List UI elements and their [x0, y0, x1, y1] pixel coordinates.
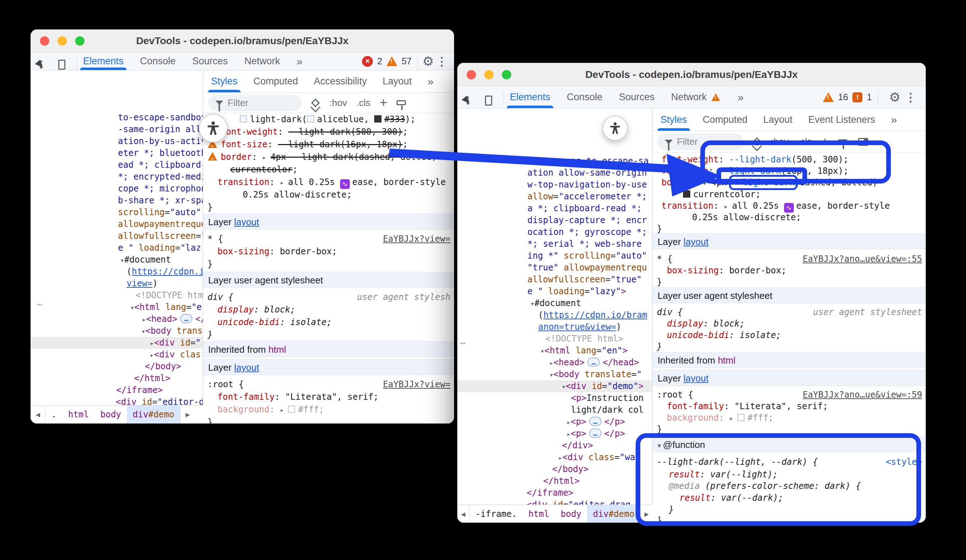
stylesheet-source-link[interactable]: EaYBJJx?view= [383, 233, 450, 245]
code-line[interactable]: *; serial *; web-share [457, 238, 652, 250]
code-line[interactable]: <p>Instruction [457, 392, 652, 404]
breadcrumb-scroll-left-icon[interactable]: ◀ [457, 505, 470, 522]
tab-elements[interactable]: Elements [510, 86, 550, 108]
breadcrumb-scroll-left-icon[interactable]: ◀ [31, 406, 46, 424]
tab-accessibility[interactable]: Accessibility [314, 70, 367, 92]
code-line[interactable]: cope *; microphon [31, 183, 203, 195]
code-line[interactable]: allowpaymentreque [31, 218, 203, 230]
styles-filter-input[interactable]: Filter [657, 134, 744, 150]
code-line[interactable]: allow="accelerometer *; [457, 191, 652, 203]
code-line[interactable]: ▾<html lang="en"> [457, 345, 652, 357]
code-line[interactable]: font-weight: --light-dark(500, 300); [203, 126, 454, 138]
code-line[interactable]: display: block; [652, 318, 926, 330]
code-line[interactable]: ▸<p>…</p> [457, 416, 652, 428]
code-line[interactable]: } [652, 424, 926, 436]
code-line[interactable]: "true" allowpaymentrequ [457, 262, 652, 274]
code-line[interactable]: (https://cdpn.i [31, 266, 203, 278]
code-line[interactable]: border: ▸ 4px --light-dark(dashed, dotte… [203, 151, 454, 163]
code-line[interactable]: ▾<html lang="e [31, 301, 203, 313]
elements-dom-tree[interactable]: low-popups-to-escape-saation allow-same-… [457, 108, 652, 505]
inspect-element-icon[interactable] [40, 61, 42, 69]
code-line[interactable]: anon=true&view=) [457, 321, 652, 333]
code-line[interactable]: @media (prefers-color-scheme: dark) { [652, 480, 926, 492]
code-line[interactable]: w-top-navigation-by-use [457, 179, 652, 191]
styles-section-header[interactable]: Layer layout [203, 214, 454, 229]
stylesheet-source-link[interactable]: <style> [886, 456, 922, 468]
code-line[interactable]: light-dark(aliceblue, #333); [203, 113, 454, 125]
code-line[interactable]: :root {EaYBJJx?view= [203, 378, 454, 390]
code-line[interactable]: currentcolor; [203, 164, 454, 176]
code-line[interactable]: 0.25s allow-discrete; [203, 189, 454, 201]
breadcrumb-item-selected[interactable]: div#demo [587, 505, 640, 522]
dom-row-more-icon[interactable]: … [37, 297, 42, 308]
stylesheet-source-link[interactable]: EaYBJJx?ano…ue&view=:59 [803, 389, 922, 401]
selected-code-line[interactable]: ▾<div id="demo"> [457, 380, 652, 392]
settings-gear-icon[interactable]: ⚙ [889, 91, 900, 104]
toggle-hover-button[interactable]: :hov [329, 97, 347, 108]
code-line[interactable]: </iframe> [31, 384, 203, 396]
device-toolbar-icon[interactable] [488, 96, 490, 105]
stylesheet-source-link[interactable]: EaYBJJx?ano…ue&view=:55 [803, 253, 922, 265]
code-line[interactable]: * {EaYBJJx?ano…ue&view=:55 [652, 253, 926, 265]
code-line[interactable]: transition: ▸ all 0.25s ∿ease, border-st… [203, 176, 454, 188]
code-line[interactable]: (https://cdpn.io/bram [457, 309, 652, 321]
warning-badge-icon[interactable] [386, 56, 397, 66]
status-badges[interactable]: ✕ 2 57 [362, 52, 412, 70]
tab-styles[interactable]: Styles [211, 70, 238, 92]
element-classes-button[interactable]: .cls [798, 136, 812, 147]
breadcrumb-item-selected[interactable]: div#demo [127, 406, 180, 424]
more-tabs-icon[interactable]: » [427, 75, 433, 88]
code-line[interactable]: result: var(--dark); [652, 492, 926, 504]
breadcrumb-item[interactable]: html [62, 406, 95, 424]
styles-pane[interactable]: light-dark(aliceblue, #333);font-weight:… [203, 113, 454, 424]
breadcrumb-scroll-right-icon[interactable]: ▶ [640, 505, 652, 522]
styles-section-header[interactable]: Layer user agent stylesheet [652, 287, 926, 303]
code-line[interactable]: ing *" scrolling="auto" [457, 250, 652, 262]
code-line[interactable]: ▾<body trans [31, 325, 203, 337]
code-line[interactable]: e " loading="lazy"> [457, 286, 652, 297]
code-line[interactable]: font-weight: --light-dark(500, 300); [652, 154, 926, 165]
code-line[interactable]: scrolling="auto" [31, 206, 203, 218]
code-line[interactable]: font-family: "Literata", serif; [203, 391, 454, 403]
tab-console[interactable]: Console [567, 86, 603, 108]
code-line[interactable]: transition: ▸ all 0.25s ∿ease, border-st… [652, 200, 926, 212]
breadcrumb-item[interactable]: body [555, 505, 587, 522]
code-line[interactable]: display: block; [203, 304, 454, 316]
code-line[interactable]: unicode-bidi: isolate; [652, 329, 926, 341]
breadcrumb-scroll-right-icon[interactable]: ▶ [180, 406, 195, 424]
code-line[interactable]: ▸<div class="war [457, 452, 652, 463]
code-line[interactable]: view=) [31, 278, 203, 290]
more-tabs-icon[interactable]: » [297, 55, 302, 67]
device-toolbar-icon[interactable] [61, 61, 64, 69]
styles-pane[interactable]: font-weight: --light-dark(500, 300);font… [652, 153, 926, 522]
code-line[interactable]: ▸<head>…</h [31, 313, 203, 325]
code-line[interactable]: low-popups-to-escape-sa [457, 155, 652, 167]
tab-console[interactable]: Console [140, 52, 176, 70]
code-line[interactable]: eter *; bluetooth [31, 147, 203, 159]
code-line[interactable]: </body> [31, 361, 203, 372]
code-line[interactable]: <!DOCTYPE htm [31, 290, 203, 301]
code-line[interactable]: ▸<div clas [31, 349, 203, 361]
more-options-icon[interactable]: ⋮ [905, 90, 917, 104]
stylesheet-source-link[interactable]: user agent stylesh [357, 291, 450, 303]
code-line[interactable]: } [652, 515, 926, 522]
dom-row-more-icon[interactable]: … [460, 336, 465, 346]
code-line[interactable]: ▾<body translate=" [457, 368, 652, 380]
code-line[interactable]: <div id="editor-drag-c [457, 499, 652, 505]
code-line[interactable]: } [203, 416, 454, 424]
elements-dom-tree[interactable]: to-escape-sandbox-same-origin alloation-… [31, 70, 203, 405]
code-line[interactable]: } [203, 201, 454, 213]
settings-gear-icon[interactable]: ⚙ [422, 55, 434, 68]
new-style-rule-icon[interactable]: + [380, 96, 387, 109]
tab-event-listeners[interactable]: Event Listeners [808, 108, 875, 131]
code-line[interactable]: to-escape-sandbox [31, 112, 203, 124]
selected-code-line[interactable]: ▸<div id=" [31, 337, 203, 349]
tab-network[interactable]: Network [245, 52, 280, 70]
warning-badge-icon[interactable] [823, 92, 834, 102]
code-line[interactable]: ead *; clipboard- [31, 159, 203, 171]
breadcrumb-item[interactable]: body [95, 406, 127, 424]
breadcrumb-item[interactable]: html [523, 505, 555, 522]
styles-section-header[interactable]: ▾ @function [652, 436, 926, 452]
tab-network[interactable]: Network [671, 86, 721, 108]
code-line[interactable]: :root {EaYBJJx?ano…ue&view=:59 [652, 389, 926, 401]
